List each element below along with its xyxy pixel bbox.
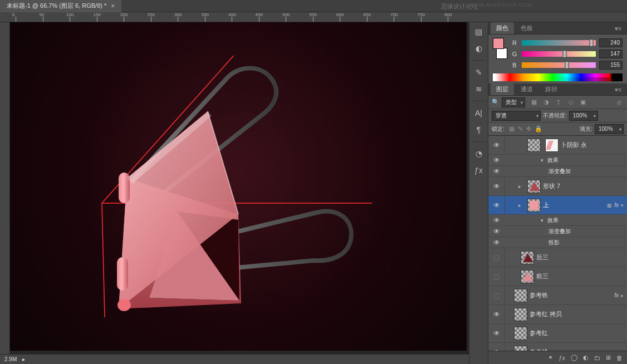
tab-channels[interactable]: 通道: [515, 83, 538, 95]
histogram-icon[interactable]: ▤: [472, 24, 486, 39]
visibility-toggle[interactable]: 👁: [488, 305, 505, 323]
layer-name[interactable]: 参考铁: [530, 291, 612, 299]
panel-menu-icon[interactable]: ▾≡: [609, 23, 627, 34]
brush-icon[interactable]: ✎: [472, 65, 486, 80]
visibility-toggle[interactable]: 👁: [488, 166, 505, 176]
layer-row[interactable]: 👁卜阴影 永: [488, 136, 627, 155]
filter-shape-icon[interactable]: ◇: [566, 98, 575, 107]
canvas-area[interactable]: [10, 22, 469, 354]
layer-name[interactable]: 上: [543, 201, 605, 209]
fx-badge[interactable]: fx: [614, 202, 619, 208]
filter-toggle-icon[interactable]: ⎚: [615, 98, 624, 107]
visibility-toggle[interactable]: ▢: [488, 267, 505, 286]
filter-adjust-icon[interactable]: ◑: [542, 98, 551, 107]
visibility-toggle[interactable]: 👁: [488, 136, 505, 154]
layer-row[interactable]: ▢参考铁fx▸: [488, 286, 627, 305]
filter-smart-icon[interactable]: ▣: [579, 98, 587, 107]
layer-row[interactable]: ▢前三: [488, 267, 627, 286]
color-swatch-pair[interactable]: [493, 38, 505, 58]
layer-thumbnail[interactable]: [514, 346, 527, 351]
g-slider[interactable]: [522, 51, 596, 57]
status-chevron-icon[interactable]: ▸: [22, 356, 25, 362]
layer-effect-row[interactable]: 👁投影: [488, 237, 627, 248]
layer-name[interactable]: 参考红 拷贝: [530, 310, 624, 318]
adjustments-icon[interactable]: ◐: [472, 41, 486, 56]
tab-color[interactable]: 颜色: [491, 22, 514, 34]
actions-icon[interactable]: ƒx: [472, 163, 486, 178]
background-swatch[interactable]: [496, 48, 507, 59]
lock-all-icon[interactable]: 🔒: [535, 125, 542, 132]
delete-layer-icon[interactable]: 🗑: [616, 355, 623, 361]
lock-position-icon[interactable]: ✥: [526, 125, 531, 132]
layer-effect-row[interactable]: 👁渐变叠加: [488, 166, 627, 177]
visibility-toggle[interactable]: 👁: [488, 177, 505, 195]
paragraph-icon[interactable]: ¶: [472, 122, 486, 137]
b-value-input[interactable]: 155: [599, 61, 623, 70]
visibility-toggle[interactable]: 👁: [488, 155, 505, 165]
layer-row[interactable]: ▢后三: [488, 248, 627, 267]
expand-fx-icon[interactable]: ▾: [621, 203, 624, 208]
layer-thumbnail[interactable]: [545, 139, 559, 152]
styles-icon[interactable]: ≋: [472, 82, 486, 96]
visibility-toggle[interactable]: 👁: [488, 226, 505, 237]
document-tab[interactable]: 未标题-1 @ 66.7% (图层 6, RGB/8) * ×: [0, 0, 121, 12]
link-layers-icon[interactable]: ⚭: [548, 354, 553, 361]
layer-thumbnail[interactable]: [521, 270, 534, 283]
layer-list[interactable]: 👁卜阴影 永👁▾效果👁渐变叠加👁▸形状 7👁▸上▦fx▾👁▾效果👁渐变叠加👁投影…: [488, 136, 627, 351]
close-icon[interactable]: ×: [111, 2, 115, 10]
disclosure-icon[interactable]: ▾: [541, 218, 547, 223]
visibility-toggle[interactable]: ▢: [488, 248, 505, 267]
layer-thumbnail[interactable]: [527, 199, 541, 212]
tab-swatches[interactable]: 色板: [515, 22, 538, 34]
artboard[interactable]: [10, 22, 467, 351]
visibility-toggle[interactable]: 👁: [488, 215, 505, 225]
spectrum-picker[interactable]: [493, 73, 623, 81]
fx-badge[interactable]: fx: [614, 292, 619, 298]
lock-transparent-icon[interactable]: ▦: [509, 125, 515, 132]
panel-menu-icon[interactable]: ▾≡: [609, 85, 627, 95]
layer-row[interactable]: 👁▸上▦fx▾: [488, 196, 627, 215]
layer-thumbnail[interactable]: [527, 180, 541, 193]
foreground-swatch[interactable]: [493, 38, 504, 49]
character-icon[interactable]: A|: [472, 106, 486, 120]
layer-name[interactable]: 参考红: [530, 329, 624, 337]
layer-name[interactable]: 前三: [536, 272, 624, 281]
link-mask-icon[interactable]: ▦: [607, 203, 612, 208]
filter-search-icon[interactable]: 🔍: [492, 99, 499, 106]
layer-thumbnail[interactable]: [514, 308, 527, 321]
tab-layers[interactable]: 图层: [491, 83, 514, 95]
filter-type-dropdown[interactable]: 类型: [502, 97, 525, 107]
layer-thumbnail[interactable]: [514, 327, 527, 340]
layer-fx-icon[interactable]: ƒx: [559, 355, 565, 361]
fill-input[interactable]: 100%: [595, 124, 624, 134]
layer-effect-row[interactable]: 👁▾效果: [488, 155, 627, 166]
layer-row[interactable]: 👁▸形状 7: [488, 177, 627, 196]
r-value-input[interactable]: 240: [599, 38, 623, 47]
new-fill-icon[interactable]: ◐: [583, 354, 589, 361]
filter-pixel-icon[interactable]: ▦: [530, 98, 538, 107]
navigator-icon[interactable]: ◔: [472, 146, 486, 161]
layer-mask-icon[interactable]: ◯: [571, 354, 577, 361]
visibility-toggle[interactable]: 👁: [488, 196, 505, 214]
visibility-toggle[interactable]: ▢: [488, 286, 505, 304]
layer-effect-row[interactable]: 👁渐变叠加: [488, 226, 627, 237]
new-layer-icon[interactable]: ⊞: [606, 354, 611, 361]
g-value-input[interactable]: 147: [599, 50, 623, 58]
layer-name[interactable]: 形状 7: [543, 182, 624, 190]
layer-thumbnail[interactable]: [527, 139, 541, 152]
disclosure-icon[interactable]: ▾: [541, 158, 547, 163]
expand-fx-icon[interactable]: ▸: [621, 293, 624, 298]
r-slider[interactable]: [522, 40, 596, 46]
layer-effect-row[interactable]: 👁▾效果: [488, 215, 627, 226]
b-slider[interactable]: [522, 62, 596, 68]
tab-paths[interactable]: 路径: [540, 83, 563, 95]
disclosure-icon[interactable]: ▸: [518, 203, 525, 208]
visibility-toggle[interactable]: 👁: [488, 237, 505, 248]
visibility-toggle[interactable]: 👁: [488, 324, 505, 342]
disclosure-icon[interactable]: ▸: [518, 184, 525, 189]
visibility-toggle[interactable]: 👁: [488, 343, 505, 351]
filter-type-icon[interactable]: T: [554, 98, 563, 107]
new-group-icon[interactable]: 🗀: [594, 355, 600, 361]
layer-row[interactable]: 👁参考红: [488, 324, 627, 343]
layer-row[interactable]: 👁参考红 拷贝: [488, 305, 627, 324]
